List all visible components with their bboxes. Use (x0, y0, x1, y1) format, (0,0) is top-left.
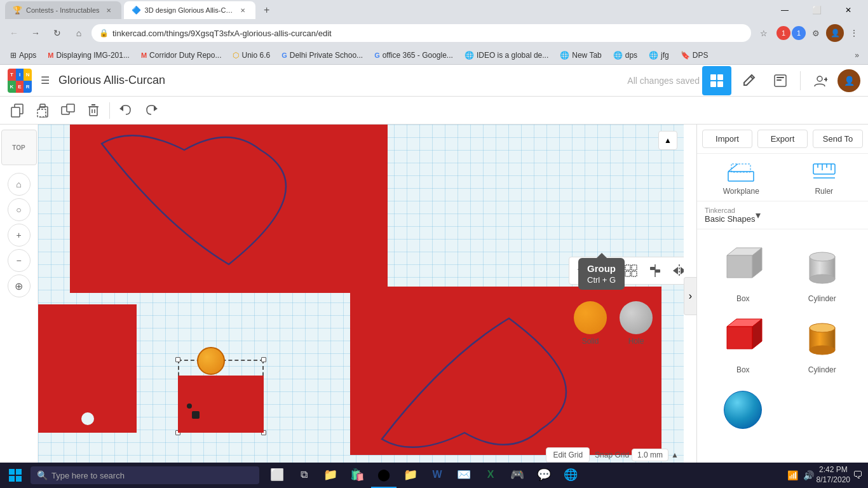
new-tab-button[interactable]: + (258, 1, 276, 19)
shape-card-box-red[interactable]: Box (707, 311, 779, 374)
tinkercad-logo[interactable]: T I N K E R (8, 69, 32, 93)
taskbar-app-taskview[interactable]: ⧉ (291, 463, 316, 488)
bookmark-gmail-2[interactable]: M Corridor Duty Repo... (136, 50, 227, 61)
taskbar-app-chrome[interactable]: ⬤ (371, 463, 397, 488)
restore-button[interactable]: ⬜ (802, 0, 831, 20)
taskbar-search-icon: 🔍 (37, 470, 48, 480)
taskbar-app-game[interactable]: 🎮 (505, 463, 530, 488)
paste-button[interactable] (31, 98, 55, 123)
bookmarks-more-button[interactable]: » (851, 50, 863, 61)
back-button[interactable]: ← (5, 24, 23, 42)
bookmark-star-icon[interactable]: ☆ (755, 24, 773, 42)
minimize-button[interactable]: — (770, 0, 799, 20)
shape-card-box-grey[interactable]: Box (707, 240, 779, 303)
delete-button[interactable] (81, 98, 105, 123)
canvas-area[interactable]: Group Ctrl + G (38, 125, 684, 468)
fit-view-button[interactable]: ○ (8, 198, 31, 221)
bookmark-apps[interactable]: ⊞ Apps (5, 50, 41, 61)
edit-grid-button[interactable]: Edit Grid (546, 447, 590, 463)
bookmark-jfg[interactable]: 🌐 jfg (644, 50, 674, 61)
taskbar-app-mail[interactable]: ✉️ (451, 463, 477, 488)
tab-close-2[interactable]: ✕ (238, 5, 248, 15)
bookmark-dps[interactable]: 🌐 dps (608, 50, 642, 61)
hole-option[interactable]: Hole (620, 301, 653, 346)
network-icon[interactable]: 📶 (787, 470, 798, 480)
add-user-button[interactable] (806, 66, 835, 95)
bookmark-dps2[interactable]: 🔖 DPS (675, 50, 714, 61)
start-button[interactable] (0, 463, 31, 488)
volume-icon[interactable]: 🔊 (803, 470, 814, 480)
user-avatar[interactable]: 👤 (837, 69, 860, 92)
hamburger-menu-button[interactable]: ☰ (34, 70, 56, 92)
taskbar-app-files2[interactable]: 📁 (398, 463, 423, 488)
taskbar-search[interactable]: 🔍 Type here to search (31, 466, 259, 484)
tab-instructables[interactable]: 🏆 Contests - Instructables ✕ (5, 1, 121, 19)
bookmark-gmail-1[interactable]: M Displaying IMG-201... (43, 50, 135, 61)
mirror-button[interactable] (668, 260, 684, 281)
ruler-button[interactable]: Ruler (785, 159, 864, 196)
copy-button[interactable] (5, 98, 29, 123)
duplicate-button[interactable] (56, 98, 80, 123)
tab-tinkercad[interactable]: 🔷 3D design Glorious Allis-Curcan ✕ (124, 1, 255, 19)
home-button[interactable]: ⌂ (70, 24, 88, 42)
align-button[interactable] (644, 260, 666, 281)
shape-label-cyl-orange: Cylinder (808, 365, 836, 374)
tooltip-title: Group (587, 263, 616, 274)
view-cube[interactable]: TOP (1, 130, 37, 165)
bookmark-newtab[interactable]: 🌐 New Tab (555, 50, 606, 61)
zoom-in-button[interactable]: + (8, 224, 31, 247)
shape-card-cyl-grey[interactable]: Cylinder (787, 240, 858, 303)
import-button[interactable]: Import (702, 130, 752, 148)
notification-icon[interactable]: 🗨 (853, 470, 863, 481)
shape-red-top[interactable] (70, 125, 388, 293)
forward-button[interactable]: → (27, 24, 44, 42)
undo-button[interactable] (114, 98, 138, 123)
bookmark-apps-label: Apps (19, 51, 36, 60)
settings-icon[interactable]: ⚙ (807, 24, 825, 42)
bookmark-delhi[interactable]: G Delhi Private Schoo... (276, 50, 368, 61)
shape-card-sphere-blue[interactable] (707, 384, 779, 435)
bookmark-ideo[interactable]: 🌐 IDEO is a global de... (459, 50, 553, 61)
browser-menu-button[interactable]: ⋮ (845, 24, 863, 42)
taskbar-app-edge[interactable]: 🌐 (558, 463, 583, 488)
shape-card-cyl-orange[interactable]: Cylinder (787, 311, 858, 374)
taskbar-app-store[interactable]: 🛍️ (344, 463, 370, 488)
redo-button[interactable] (139, 98, 163, 123)
refresh-button[interactable]: ↻ (48, 24, 66, 42)
code-mode-button[interactable] (766, 66, 795, 95)
taskbar-clock[interactable]: 2:42 PM 8/17/2020 (817, 465, 850, 485)
close-button[interactable]: ✕ (834, 0, 863, 20)
collapse-panel-button[interactable]: › (684, 277, 696, 315)
url-bar[interactable]: 🔒 tinkercad.com/things/9XgsqT3sfxA-glori… (92, 24, 751, 42)
bookmark-office365[interactable]: G office 365 - Google... (369, 50, 458, 61)
snap-value[interactable]: 1.0 mm (632, 449, 668, 461)
right-collapse: › (684, 125, 696, 468)
ext-icon-2[interactable]: 1 (792, 26, 806, 40)
zoom-out-button[interactable]: − (8, 249, 31, 272)
taskbar-app-explorer[interactable]: 📁 (318, 463, 343, 488)
tab-close-1[interactable]: ✕ (104, 5, 114, 15)
workplane-button[interactable]: Workplane (702, 159, 780, 196)
handle-tr[interactable] (261, 357, 266, 362)
scroll-up-button[interactable]: ▲ (658, 131, 677, 150)
taskbar-app-teams[interactable]: 💬 (531, 463, 557, 488)
handle-tl[interactable] (175, 357, 180, 362)
home-view-button[interactable]: ⌂ (8, 173, 31, 196)
shapes-dropdown[interactable]: Tinkercad Basic Shapes ▾ (697, 201, 868, 229)
snap-arrow-icon[interactable]: ▲ (671, 451, 679, 459)
profile-avatar[interactable]: 👤 (826, 24, 844, 42)
taskbar-app-cortana[interactable]: ⬜ (264, 463, 290, 488)
taskbar-app-excel[interactable]: X (478, 463, 503, 488)
taskbar-app-word[interactable]: W (424, 463, 450, 488)
grid-view-button[interactable] (702, 66, 731, 95)
export-button[interactable]: Export (757, 130, 808, 148)
bookmark-unio[interactable]: ⬡ Unio 6.6 (227, 50, 275, 61)
build-mode-button[interactable] (734, 66, 763, 95)
shapes-dropdown-arrow[interactable]: ▾ (756, 209, 761, 221)
sendto-button[interactable]: Send To (813, 130, 863, 148)
ext-icon-1[interactable]: 1 (776, 26, 790, 40)
selected-object[interactable] (178, 360, 264, 433)
shape-left-card[interactable] (38, 304, 137, 433)
zoom-fit-button[interactable]: ⊕ (8, 274, 31, 297)
solid-option[interactable]: Solid (574, 301, 607, 346)
